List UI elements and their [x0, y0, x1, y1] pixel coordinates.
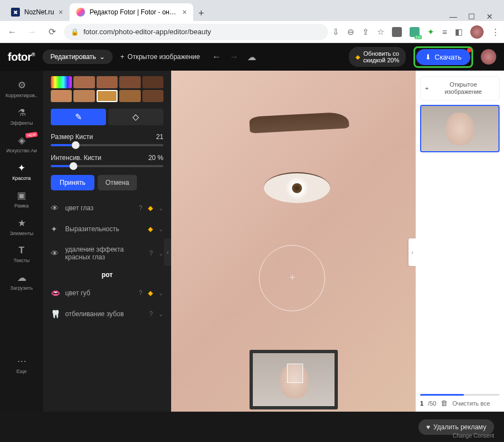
- extension-icon[interactable]: 2m: [410, 27, 420, 37]
- extensions-icon[interactable]: ✦: [427, 27, 434, 37]
- url-input[interactable]: 🔒 fotor.com/photo-editor-app/editor/beau…: [64, 24, 328, 40]
- sidebar-item-adjust[interactable]: ⚙ Корректиров..: [0, 75, 43, 103]
- cancel-button[interactable]: Отмена: [98, 175, 137, 190]
- sidebar-item-effects[interactable]: ⚗ Эффекты: [0, 103, 43, 130]
- download-label: Скачать: [434, 53, 461, 61]
- install-icon[interactable]: ⇩: [332, 27, 339, 37]
- help-icon[interactable]: ?: [149, 310, 153, 318]
- sidebar-item-upload[interactable]: ☁ Загрузить: [0, 268, 43, 295]
- effect-item[interactable]: ✦Выразительность◆⌄: [51, 220, 163, 238]
- color-swatch[interactable]: [51, 90, 72, 102]
- url-text: fotor.com/photo-editor-app/editor/beauty: [83, 28, 211, 36]
- close-window-icon[interactable]: ✕: [486, 12, 493, 21]
- menu-icon[interactable]: ⋮: [491, 27, 500, 37]
- cloud-upload-icon: ☁: [17, 272, 26, 284]
- intensity-slider[interactable]: [51, 165, 163, 167]
- effect-item[interactable]: 👁цвет глаз?◆⌄: [51, 199, 163, 217]
- brush-tool[interactable]: ✎: [51, 109, 106, 125]
- forward-button[interactable]: →: [24, 24, 40, 40]
- color-swatch[interactable]: [73, 76, 94, 88]
- effect-item[interactable]: 🦷отбеливание зубов?⌄: [51, 305, 163, 323]
- download-button[interactable]: ⬇ Скачать: [416, 49, 470, 65]
- profile-avatar[interactable]: [470, 25, 484, 39]
- sidebar-item-beauty[interactable]: ✦ Красота: [0, 158, 43, 185]
- clear-all-button[interactable]: Очистить все: [452, 400, 490, 407]
- color-swatch[interactable]: [97, 90, 118, 102]
- chevron-down-icon: ⌄: [158, 290, 163, 297]
- page-current: 1: [420, 400, 423, 407]
- edit-label: Редактировать: [50, 53, 96, 61]
- effect-label: цвет глаз: [65, 204, 133, 212]
- open-image-button[interactable]: + Открытое изображение: [120, 53, 200, 61]
- reload-button[interactable]: ⟳: [44, 24, 60, 40]
- tab-fotor[interactable]: Редактор Fotor | Fotor - онлай ×: [70, 3, 193, 21]
- sidebar-item-more[interactable]: ⋯ Еще: [0, 351, 43, 379]
- help-icon[interactable]: ?: [149, 249, 153, 257]
- user-avatar[interactable]: [481, 49, 496, 65]
- chevron-down-icon: ⌄: [158, 205, 163, 212]
- sidebar-item-ai-art[interactable]: NEW ◈ Искусство Аи: [0, 130, 43, 158]
- chevron-down-icon: ⌄: [99, 53, 105, 61]
- thumbnail-scrollbar[interactable]: [420, 394, 500, 396]
- back-button[interactable]: ←: [4, 24, 20, 40]
- color-swatch[interactable]: [119, 90, 140, 102]
- trash-icon[interactable]: 🗑: [441, 399, 448, 407]
- brush-size-slider[interactable]: [51, 144, 163, 146]
- effect-item[interactable]: 👁удаление эффекта красных глаз?⌄: [51, 241, 163, 265]
- minimize-icon[interactable]: —: [449, 12, 457, 21]
- thumbnail[interactable]: [420, 105, 500, 152]
- close-icon[interactable]: ×: [182, 8, 187, 17]
- color-swatch[interactable]: [73, 90, 94, 102]
- side-panel-icon[interactable]: ◧: [455, 27, 463, 37]
- cloud-icon[interactable]: ☁: [247, 52, 256, 62]
- logo[interactable]: fotor®: [8, 51, 35, 63]
- share-icon[interactable]: ⇪: [362, 27, 369, 37]
- zoom-icon[interactable]: ⊖: [347, 27, 354, 37]
- sidebar-label: Загрузить: [10, 285, 33, 291]
- upgrade-text: Обновить со скидкой 20%: [363, 50, 399, 63]
- chevron-down-icon: ⌄: [158, 226, 163, 233]
- tab-noznet[interactable]: ✖ NozNet.ru ×: [4, 3, 70, 21]
- edit-dropdown[interactable]: Редактировать ⌄: [43, 50, 113, 64]
- sidebar-item-frame[interactable]: ▣ Рамка: [0, 185, 43, 213]
- undo-button[interactable]: ←: [212, 52, 221, 62]
- minimap-viewport[interactable]: [287, 364, 304, 383]
- color-swatch[interactable]: [119, 76, 140, 88]
- redo-button[interactable]: →: [230, 52, 238, 62]
- app-header: fotor® Редактировать ⌄ + Открытое изобра…: [0, 43, 504, 71]
- color-swatch[interactable]: [142, 90, 163, 102]
- chevron-down-icon: ⌄: [158, 311, 163, 318]
- expand-right-button[interactable]: ›: [408, 238, 416, 266]
- effect-label: отбеливание зубов: [65, 310, 144, 318]
- notification-dot: [467, 48, 471, 52]
- bookmark-icon[interactable]: ☆: [377, 27, 384, 37]
- close-icon[interactable]: ×: [59, 8, 63, 17]
- sliders-icon: ⚙: [18, 79, 26, 91]
- effect-item[interactable]: 👄цвет губ?◆⌄: [51, 284, 163, 302]
- image-region: [249, 111, 349, 133]
- reading-list-icon[interactable]: ≡: [442, 27, 447, 36]
- brush-cursor: +: [259, 245, 325, 311]
- help-icon[interactable]: ?: [139, 289, 142, 297]
- extension-icon[interactable]: [392, 27, 402, 37]
- sidebar-item-elements[interactable]: ★ Элементы: [0, 213, 43, 241]
- left-sidebar: ⚙ Корректиров.. ⚗ Эффекты NEW ◈ Искусств…: [0, 71, 43, 434]
- effect-label: Выразительность: [65, 225, 142, 233]
- effect-label: удаление эффекта красных глаз: [65, 246, 144, 261]
- collapse-panel-button[interactable]: ‹: [164, 238, 171, 266]
- open-image-panel-button[interactable]: + Открытое изображение: [420, 76, 500, 100]
- canvas[interactable]: + 000px 🖼 ◐ − 229% + ⛶ ›: [171, 71, 416, 434]
- remove-ads-label: Удалить рекламу: [433, 423, 486, 431]
- minimap[interactable]: [250, 350, 338, 409]
- apply-button[interactable]: Принять: [51, 175, 94, 190]
- maximize-icon[interactable]: ☐: [468, 12, 475, 21]
- color-swatch[interactable]: [97, 76, 118, 88]
- upgrade-button[interactable]: ◆ Обновить со скидкой 20%: [349, 47, 406, 67]
- color-swatch[interactable]: [51, 76, 72, 88]
- eraser-tool[interactable]: ◇: [108, 109, 163, 125]
- help-icon[interactable]: ?: [139, 204, 142, 212]
- change-consent-link[interactable]: Change Consent: [453, 433, 494, 439]
- new-tab-button[interactable]: +: [193, 6, 209, 21]
- color-swatch[interactable]: [142, 76, 163, 88]
- sidebar-item-texts[interactable]: T Тексты: [0, 241, 43, 268]
